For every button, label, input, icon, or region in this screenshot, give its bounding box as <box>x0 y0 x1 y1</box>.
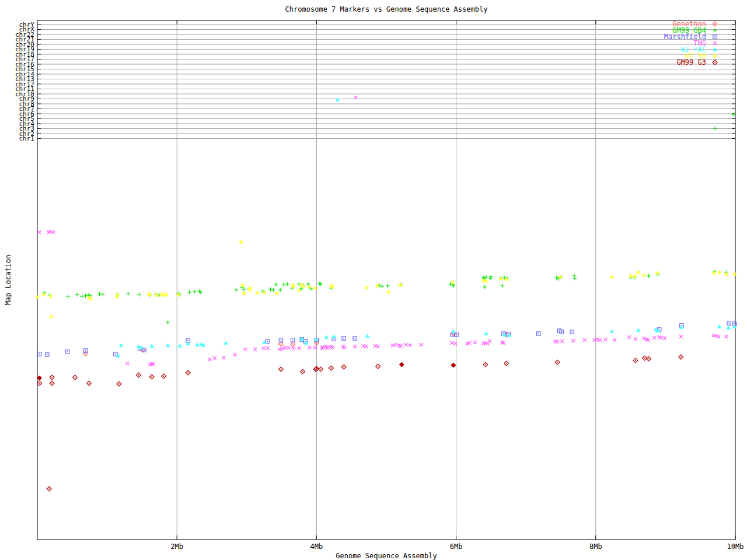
tng-point <box>679 335 683 338</box>
gm99-g3-point <box>161 374 166 379</box>
plot-frame <box>37 20 735 540</box>
gm99-g3-point <box>643 356 647 360</box>
tng-point <box>308 346 311 349</box>
wi-rh-point <box>242 292 246 296</box>
gm99-g3-point <box>37 376 42 380</box>
wi-yac-point <box>177 344 182 348</box>
gm99-gb4-point <box>101 293 105 297</box>
wi-yac-point <box>451 329 456 333</box>
gm99-gb4-point <box>285 282 289 286</box>
gm99-gb4-point <box>234 288 238 292</box>
wi-yac-point <box>119 343 124 347</box>
gm99-gb4-point <box>500 284 504 288</box>
gm99-g3-point <box>73 375 78 380</box>
wi-yac-point <box>195 342 200 346</box>
wi-rh-point <box>262 291 266 295</box>
gm99-g3-point <box>47 487 51 491</box>
x-tick-label: 4Mb <box>310 542 323 551</box>
gm99-gb4-point <box>306 282 310 286</box>
tng-point <box>583 338 587 342</box>
wi-rh-point <box>330 285 334 289</box>
marshfield-point <box>37 352 41 356</box>
genethon-point <box>291 342 295 346</box>
legend-marker-marshfield <box>713 35 717 38</box>
wi-yac-point <box>166 343 170 347</box>
wi-rh-point <box>481 279 486 283</box>
wi-yac-point <box>717 324 721 328</box>
wi-yac-point <box>331 334 336 338</box>
gm99-g3-point <box>300 369 305 374</box>
tng-point <box>125 362 129 365</box>
gm99-g3-point <box>376 364 381 369</box>
gm99-g3-point <box>504 361 509 366</box>
wi-rh-point <box>642 274 646 278</box>
gm99-gb4-point <box>647 274 651 278</box>
wi-rh-point <box>162 293 166 298</box>
wi-yac-point <box>335 97 340 102</box>
gm99-gb4-point <box>97 292 102 296</box>
tng-point <box>243 348 247 351</box>
x-axis-label: Genome Sequence Assembly <box>37 552 735 560</box>
marshfield-point <box>266 340 269 343</box>
wi-yac-point <box>726 326 731 330</box>
tng-point <box>253 348 257 351</box>
wi-rh-point <box>176 293 180 297</box>
wi-yac-point <box>324 335 329 339</box>
wi-rh-point <box>301 285 305 289</box>
wi-yac-point <box>609 329 614 333</box>
wi-yac-point <box>116 354 121 358</box>
y-axis-label: Map Location <box>4 254 12 306</box>
marshfield-point <box>65 350 69 354</box>
wi-yac-point <box>365 334 370 338</box>
tng-point <box>343 346 346 349</box>
x-tick-label: 10Mb <box>727 542 744 551</box>
plot-area: 2Mb4Mb6Mb8Mb10MbchrYchrXchr22chr21chr20c… <box>0 0 747 560</box>
tng-point <box>52 230 55 234</box>
gm99-gb4-point <box>75 293 79 297</box>
wi-rh-point <box>275 292 279 296</box>
wi-rh-point <box>711 271 715 275</box>
legend-marker-wi-rh <box>713 54 717 58</box>
gm99-g3-point <box>329 366 334 370</box>
tng-point <box>613 338 616 342</box>
legend-marker-gm99-gb4 <box>713 29 717 33</box>
wi-yac-point <box>224 341 228 345</box>
tng-point <box>453 342 457 345</box>
legend-marker-genethon <box>713 22 717 26</box>
wi-rh-point <box>610 275 614 279</box>
wi-rh-point <box>297 289 301 293</box>
gm99-gb4-point <box>166 321 170 325</box>
x-tick-label: 6Mb <box>450 542 463 551</box>
wi-rh-point <box>116 293 120 298</box>
tng-point <box>604 338 608 341</box>
tng-point <box>488 340 491 343</box>
tng-point <box>208 358 211 361</box>
gm99-gb4-point <box>137 293 141 297</box>
gm99-g3-point <box>647 356 651 361</box>
tng-point <box>450 341 453 345</box>
tng-point <box>222 356 225 359</box>
tng-point <box>717 335 720 338</box>
tng-point <box>663 337 666 340</box>
gm99-gb4-point <box>278 288 282 292</box>
wi-rh-point <box>148 293 152 297</box>
wi-rh-point <box>365 286 369 290</box>
marshfield-point <box>537 332 540 335</box>
wi-rh-point <box>291 285 295 289</box>
chart-title: Chromosome 7 Markers vs Genome Sequence … <box>37 5 735 13</box>
gm99-g3-point <box>483 362 488 367</box>
tng-point <box>473 341 477 344</box>
gm99-gb4-point <box>573 276 577 281</box>
tng-point <box>298 346 301 350</box>
tng-point <box>394 343 397 346</box>
gm99-gb4-point <box>80 295 84 299</box>
marshfield-point <box>83 349 87 352</box>
gm99-gb4-point <box>66 295 70 299</box>
gm99-gb4-point <box>268 288 273 292</box>
wi-rh-point <box>724 272 728 276</box>
wi-rh-point <box>255 291 259 295</box>
gm99-g3-point <box>555 360 560 365</box>
gm99-g3-point <box>50 375 54 380</box>
tng-point <box>652 336 656 340</box>
gm99-g3-point <box>679 355 683 359</box>
